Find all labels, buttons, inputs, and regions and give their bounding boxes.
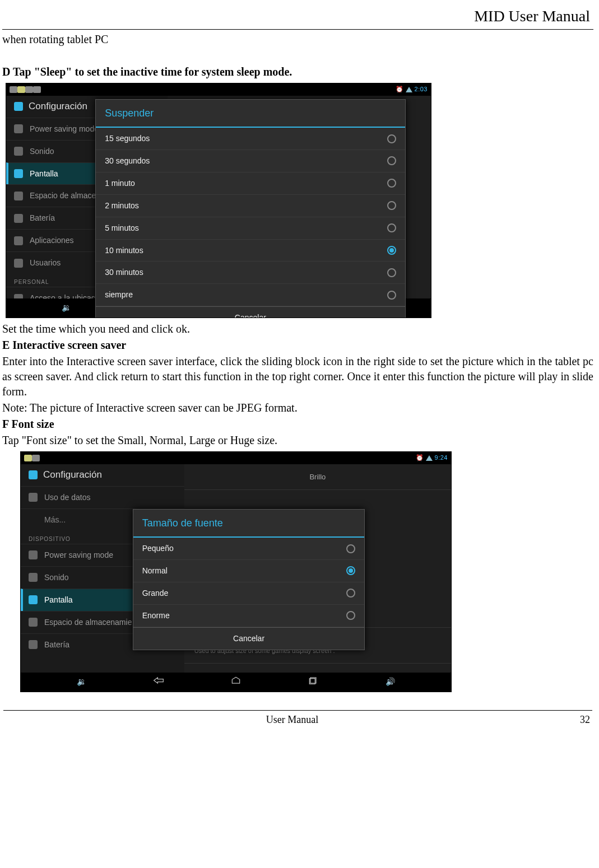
font-option-normal[interactable]: Normal xyxy=(133,560,365,582)
sidebar-title: Configuración xyxy=(21,464,184,486)
sidebar-item-label: Sonido xyxy=(30,146,54,157)
power-icon xyxy=(29,550,38,559)
display-icon xyxy=(14,169,23,178)
intro-line: when rotating tablet PC xyxy=(2,32,593,47)
sidebar-item-label: Uso de datos xyxy=(44,492,91,503)
main-row-brillo[interactable]: Brillo xyxy=(184,464,451,491)
sleep-option-30s[interactable]: 30 segundos xyxy=(96,150,405,172)
data-icon xyxy=(29,493,38,502)
radio-icon xyxy=(387,246,396,255)
status-time: 9:24 xyxy=(435,454,448,462)
settings-icon xyxy=(14,102,23,111)
wifi-icon xyxy=(406,87,412,92)
sidebar-item-datausage[interactable]: Uso de datos xyxy=(21,486,184,508)
dialog-title: Tamaño de fuente xyxy=(133,510,365,538)
option-label: Enorme xyxy=(142,610,170,621)
sleep-option-2m[interactable]: 2 minutos xyxy=(96,195,405,217)
radio-icon xyxy=(346,544,355,553)
sidebar-item-label: Pantalla xyxy=(30,169,58,179)
radio-icon xyxy=(387,268,396,277)
radio-icon xyxy=(387,134,396,143)
sleep-dialog: Suspender 15 segundos 30 segundos 1 minu… xyxy=(95,99,405,318)
font-option-small[interactable]: Pequeño xyxy=(133,538,365,560)
wifi-icon xyxy=(426,455,433,461)
sidebar-item-label: Power saving mode xyxy=(30,124,99,134)
users-icon xyxy=(14,259,23,268)
cancel-button[interactable]: Cancelar xyxy=(133,627,365,650)
volume-down-icon[interactable]: 🔉 xyxy=(74,676,90,687)
status-time: 2:03 xyxy=(415,85,428,94)
section-d-heading: D Tap "Sleep" to set the inactive time f… xyxy=(2,64,593,80)
section-f-body: Tap "Font size" to set the Small, Normal… xyxy=(2,433,593,448)
section-e-note: Note: The picture of Interactive screen … xyxy=(2,400,593,416)
radio-icon xyxy=(387,291,396,300)
status-icon xyxy=(25,86,33,93)
nav-bar: 🔉 🔊 xyxy=(21,673,451,692)
apps-icon xyxy=(14,236,23,245)
sleep-option-5m[interactable]: 5 minutos xyxy=(96,217,405,240)
cancel-button[interactable]: Cancelar xyxy=(96,306,405,318)
section-e-heading: E Interactive screen saver xyxy=(2,338,593,353)
section-e-body: Enter into the Interactive screen saver … xyxy=(2,354,593,399)
radio-icon xyxy=(346,566,355,575)
sidebar-title-text: Configuración xyxy=(43,469,102,482)
document-header: MID User Manual xyxy=(2,4,593,29)
radio-icon xyxy=(387,156,396,165)
option-label: Grande xyxy=(142,588,169,599)
option-label: Normal xyxy=(142,566,168,576)
alarm-icon: ⏰ xyxy=(396,85,403,94)
recent-icon[interactable] xyxy=(305,676,321,687)
option-label: 5 minutos xyxy=(105,223,139,234)
sidebar-item-label: Sonido xyxy=(44,572,69,583)
sound-icon xyxy=(14,147,23,156)
location-icon xyxy=(14,294,23,298)
sidebar-item-label: Batería xyxy=(44,640,69,650)
screenshot-sleep-dialog: ⏰ 2:03 Configuración Power saving mode S… xyxy=(6,83,431,318)
sidebar-item-label: Aplicaciones xyxy=(30,235,74,246)
page-number: 32 xyxy=(580,713,591,726)
option-label: 30 minutos xyxy=(105,267,143,278)
sidebar-item-label: Power saving mode xyxy=(44,550,113,561)
section-f-heading: F Font size xyxy=(2,417,593,432)
sleep-option-10m[interactable]: 10 minutos xyxy=(96,240,405,262)
after-shot1-text: Set the time which you need and click ok… xyxy=(2,321,593,337)
status-icon xyxy=(24,455,32,461)
screenshot-font-dialog: ⏰ 9:24 Configuración Uso de datos Más...… xyxy=(20,451,452,692)
storage-icon xyxy=(14,192,23,200)
volume-up-icon[interactable]: 🔊 xyxy=(382,676,398,687)
status-icon xyxy=(10,86,17,93)
sound-icon xyxy=(29,573,38,582)
status-bar: ⏰ 2:03 xyxy=(6,83,431,96)
volume-down-icon[interactable]: 🔉 xyxy=(59,302,75,313)
font-option-large[interactable]: Grande xyxy=(133,582,365,605)
display-icon xyxy=(29,595,38,604)
status-bar: ⏰ 9:24 xyxy=(21,452,451,464)
font-dialog: Tamaño de fuente Pequeño Normal Grande E… xyxy=(133,509,365,650)
status-icon xyxy=(32,455,40,461)
radio-icon xyxy=(387,179,396,188)
sidebar-item-label: Batería xyxy=(30,213,55,223)
sidebar-item-label: Usuarios xyxy=(30,258,61,268)
header-rule xyxy=(2,29,593,30)
sleep-option-15s[interactable]: 15 segundos xyxy=(96,128,405,150)
footer-title: User Manual xyxy=(4,713,591,726)
status-icon xyxy=(17,86,25,93)
sleep-option-always[interactable]: siempre xyxy=(96,284,405,306)
sidebar-item-label: Pantalla xyxy=(44,595,73,605)
footer-rule xyxy=(3,710,592,711)
sidebar-item-label: Más... xyxy=(44,515,66,525)
radio-icon xyxy=(346,611,355,620)
option-label: siempre xyxy=(105,290,133,300)
sleep-option-30m[interactable]: 30 minutos xyxy=(96,262,405,284)
alarm-icon: ⏰ xyxy=(416,454,424,462)
option-label: 30 segundos xyxy=(105,156,150,166)
power-icon xyxy=(14,124,23,133)
home-icon[interactable] xyxy=(228,676,244,687)
battery-icon xyxy=(14,214,23,223)
settings-icon xyxy=(29,470,38,479)
option-label: 2 minutos xyxy=(105,200,139,211)
sleep-option-1m[interactable]: 1 minuto xyxy=(96,172,405,195)
sidebar-item-label: Acceso a la ubicación xyxy=(30,293,105,298)
back-icon[interactable] xyxy=(151,676,166,687)
font-option-huge[interactable]: Enorme xyxy=(133,605,365,627)
